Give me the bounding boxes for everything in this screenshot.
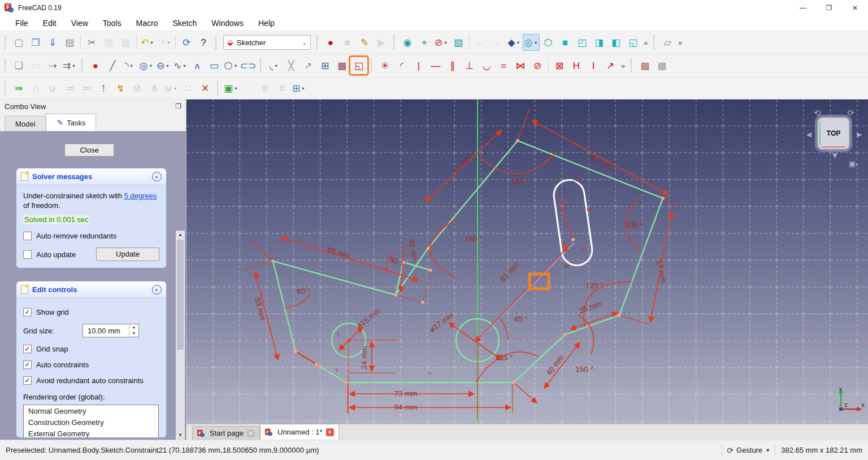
close-tab-icon[interactable]: ✕ <box>326 428 334 436</box>
tab-tasks[interactable]: ✎ Tasks <box>46 114 96 131</box>
close-window-button[interactable]: ✕ <box>842 0 868 16</box>
dimension-label[interactable]: 7 <box>336 332 339 337</box>
sync-view-dropdown-icon[interactable]: ▾ <box>533 40 538 45</box>
rectangular-array-button[interactable]: ∷ <box>180 80 197 97</box>
create-part-button[interactable]: ❏ <box>10 57 27 74</box>
dimension-label[interactable]: 150 ° <box>465 235 483 243</box>
dimension-label[interactable]: 105 ° <box>511 177 530 185</box>
rendering-order-item[interactable]: Normal Geometry <box>24 405 158 416</box>
nav-forward-button[interactable]: → <box>489 34 506 51</box>
constraint-lock-button[interactable]: ⊠ <box>551 57 568 74</box>
nav-menu-icon[interactable]: ▣▾ <box>849 159 858 168</box>
grid-snap-checkbox[interactable]: ✓ <box>23 345 32 353</box>
internal-geometry-button[interactable]: ⊘ <box>129 80 146 97</box>
draw-style-dropdown-icon[interactable]: ▾ <box>443 40 448 45</box>
constraint-horizontal-button[interactable]: — <box>427 57 444 74</box>
whats-this-button[interactable]: ? <box>195 34 212 51</box>
close-tab-icon[interactable]: ✕ <box>247 429 255 437</box>
restore-button[interactable]: ❐ <box>816 0 842 16</box>
redo-dropdown-icon[interactable]: ▾ <box>166 40 171 45</box>
clone-tool-button[interactable]: ⊎▾ <box>163 80 180 97</box>
constraint-horizontal-distance-button[interactable]: H <box>568 57 585 74</box>
constraint-vertical-distance-button[interactable]: I <box>585 57 602 74</box>
view-right-button[interactable]: ◨ <box>591 34 607 51</box>
scroll-down-icon[interactable]: ▼ <box>176 431 185 440</box>
make-link-group-button[interactable]: ⇉▾ <box>61 57 78 74</box>
view-top-button[interactable]: ◰ <box>574 34 591 51</box>
copy-sketch-button[interactable]: ▩ <box>636 57 653 74</box>
undo-button[interactable]: ↶▾ <box>139 34 156 51</box>
minimize-button[interactable]: — <box>790 0 816 16</box>
create-rectangle-button[interactable]: ▭ <box>206 57 223 74</box>
dimension-label[interactable]: 105 ° <box>625 221 643 229</box>
dimension-label[interactable]: =40 <box>561 263 569 269</box>
toolbar-handle[interactable] <box>393 36 396 49</box>
dimension-label[interactable]: – <box>428 369 432 377</box>
create-line-button[interactable]: ╱ <box>104 57 121 74</box>
fit-all-button[interactable]: ◉ <box>399 34 416 51</box>
dimension-label[interactable]: =40 <box>572 177 580 183</box>
toolbar-handle[interactable] <box>81 59 84 72</box>
show-grid-checkbox[interactable]: ✓ <box>23 308 32 316</box>
nav-down-icon[interactable]: ▼ <box>831 150 839 160</box>
toolbar-handle[interactable] <box>653 36 656 49</box>
avoid-redundant-checkbox[interactable]: ✓ <box>23 376 32 385</box>
macro-stop-button[interactable]: ■ <box>339 34 356 51</box>
menu-sketch[interactable]: Sketch <box>166 17 203 29</box>
auto-update-checkbox[interactable] <box>23 250 32 259</box>
view-axonometric-button[interactable]: ⬡ <box>540 34 557 51</box>
make-link-button[interactable]: ⇢ <box>44 57 61 74</box>
create-conic-dropdown-icon[interactable]: ▾ <box>165 63 170 68</box>
create-polyline-button[interactable]: ʌ <box>189 57 206 74</box>
refresh-button[interactable]: ⟳ <box>178 34 195 51</box>
nav-left-icon[interactable]: ◄ <box>805 129 813 139</box>
close-shape-button[interactable]: ∩ <box>27 80 44 97</box>
dimension-label[interactable]: 150 ° <box>575 365 593 374</box>
create-point-button[interactable]: ● <box>87 57 104 74</box>
select-constraints-button[interactable]: ≔ <box>61 80 78 97</box>
rendering-order-item[interactable]: Construction Geometry <box>24 416 158 428</box>
print-button[interactable]: ▤ <box>61 34 78 51</box>
document-tab-inactive[interactable]: FStart page✕ <box>192 426 260 440</box>
virtual-space-dropdown-icon[interactable]: ▾ <box>301 86 306 91</box>
dimension-label[interactable]: 120 ° <box>585 281 604 290</box>
menu-edit[interactable]: Edit <box>37 17 63 29</box>
dimension-label[interactable]: 94 mm <box>394 403 417 411</box>
create-bspline-dropdown-icon[interactable]: ▾ <box>182 63 187 68</box>
create-arc-button[interactable]: ◝▾ <box>121 57 138 74</box>
constraint-equal-button[interactable]: = <box>495 57 512 74</box>
dimension-label[interactable]: 73 mm <box>394 389 417 398</box>
toolbar-handle[interactable] <box>5 59 7 72</box>
macro-play-button[interactable]: ▶ <box>373 34 390 51</box>
toolbar-handle[interactable] <box>371 59 374 72</box>
nav-style-selector[interactable]: ⟳ Gesture ▼ <box>727 446 770 455</box>
copy-button[interactable]: ▥ <box>100 34 117 51</box>
close-task-button[interactable]: Close <box>64 144 114 157</box>
constraint-distance-button[interactable]: ↗ <box>602 57 619 74</box>
clone-tool-dropdown-icon[interactable]: ▾ <box>172 86 177 91</box>
navigation-cube[interactable]: ⟲ ⟳ ◄ ► TOP ▼ ▣▾ <box>806 108 862 170</box>
constraint-point-on-object-button[interactable]: ◜ <box>393 57 410 74</box>
select-associated-constraints-button[interactable]: ▣▾ <box>223 80 240 97</box>
tab-model[interactable]: Model <box>5 116 46 131</box>
menu-macro[interactable]: Macro <box>129 17 164 29</box>
switch-virtual-space-button[interactable]: ◌ <box>240 80 257 97</box>
panel-float-icon[interactable]: ❐ <box>175 102 181 110</box>
auto-remove-redundants-checkbox[interactable] <box>23 232 32 240</box>
view-bottom-button[interactable]: ◱ <box>624 34 641 51</box>
create-fillet-dropdown-icon[interactable]: ▾ <box>274 63 279 68</box>
extend-edge-button[interactable]: ↗ <box>300 57 316 74</box>
constraint-symmetric-button[interactable]: ⋈ <box>512 57 529 74</box>
fit-selection-button[interactable]: ⌖ <box>416 34 433 51</box>
update-button[interactable]: Update <box>96 248 159 261</box>
workbench-selector[interactable]: ⬙Sketcher⌄ <box>223 35 311 50</box>
new-document-button[interactable]: ▢ <box>10 34 27 51</box>
sketch-canvas[interactable]: 85 mm53 mm60 °90 °48 mm61 mm87 mm105 °10… <box>186 99 868 440</box>
constraint-parallel-button[interactable]: ∥ <box>444 57 461 74</box>
show-hide-constraint-button[interactable]: ! <box>95 80 112 97</box>
document-tab-active[interactable]: FUnnamed : 1*✕ <box>260 424 339 440</box>
select-elements-button[interactable]: ≕ <box>78 80 95 97</box>
menu-file[interactable]: File <box>9 17 34 29</box>
dimension-label[interactable]: 60 ° <box>297 287 310 296</box>
menu-view[interactable]: View <box>65 17 94 29</box>
